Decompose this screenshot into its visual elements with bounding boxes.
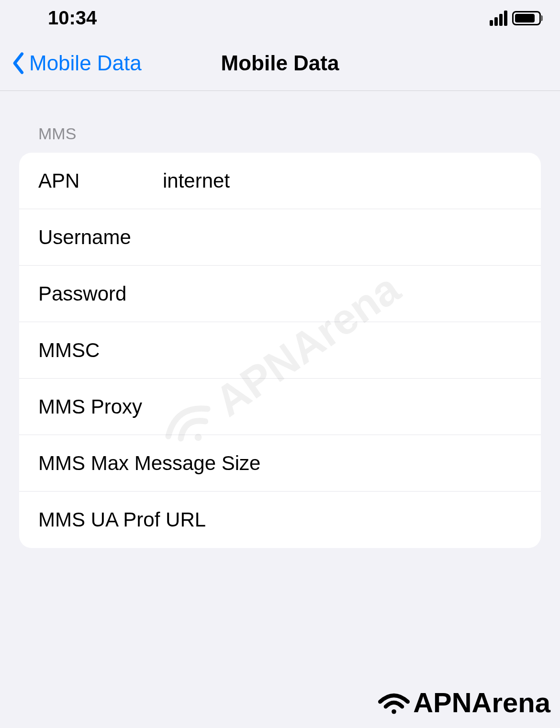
row-label-mms-ua: MMS UA Prof URL [38, 508, 269, 531]
row-mmsc[interactable]: MMSC [19, 322, 541, 379]
row-label-mms-max: MMS Max Message Size [38, 452, 269, 475]
row-mms-ua-prof-url[interactable]: MMS UA Prof URL [19, 492, 541, 548]
section-header-mms: MMS [0, 91, 560, 153]
username-input[interactable] [163, 212, 522, 263]
row-apn[interactable]: APN [19, 153, 541, 209]
page-title: Mobile Data [221, 51, 339, 75]
back-button[interactable]: Mobile Data [12, 51, 142, 75]
mms-proxy-input[interactable] [269, 381, 522, 433]
row-mms-proxy[interactable]: MMS Proxy [19, 379, 541, 435]
row-label-username: Username [38, 226, 163, 249]
battery-icon [512, 11, 541, 25]
mms-max-input[interactable] [269, 437, 522, 489]
row-username[interactable]: Username [19, 209, 541, 266]
status-indicators [490, 11, 541, 26]
row-label-mms-proxy: MMS Proxy [38, 395, 269, 418]
watermark-bottom: APNArena [377, 686, 550, 718]
password-input[interactable] [163, 268, 522, 320]
apn-input[interactable] [163, 155, 522, 207]
row-password[interactable]: Password [19, 266, 541, 322]
mms-ua-input[interactable] [269, 494, 522, 546]
wifi-icon [377, 689, 411, 716]
row-label-password: Password [38, 282, 163, 305]
watermark-bottom-text: APNArena [413, 686, 550, 718]
status-time: 10:34 [48, 7, 97, 29]
mmsc-input[interactable] [163, 325, 522, 376]
chevron-left-icon [12, 51, 25, 75]
cellular-signal-icon [490, 11, 507, 26]
status-bar: 10:34 [0, 0, 560, 36]
back-label: Mobile Data [29, 51, 142, 75]
navigation-bar: Mobile Data Mobile Data [0, 36, 560, 91]
row-label-apn: APN [38, 169, 163, 192]
row-label-mmsc: MMSC [38, 339, 163, 362]
row-mms-max-message-size[interactable]: MMS Max Message Size [19, 435, 541, 492]
svg-point-1 [392, 709, 396, 714]
settings-group-mms: APN Username Password MMSC MMS Proxy MMS… [19, 153, 541, 548]
